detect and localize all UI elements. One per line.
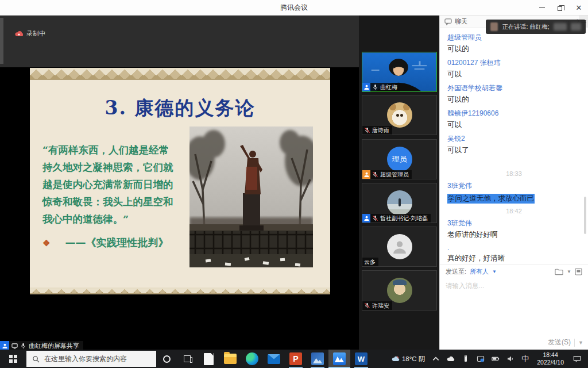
taskbar-app-powerpoint[interactable]: P	[285, 350, 307, 368]
tray-expand-button[interactable]	[428, 350, 443, 368]
message-sender[interactable]: 3班党伟	[447, 218, 581, 228]
speaking-label: 正在讲话: 曲红梅;	[502, 23, 549, 31]
usb-device-tray-icon[interactable]	[458, 350, 473, 368]
taskbar-clock[interactable]: 18:44 2022/4/10	[532, 351, 568, 366]
volume-tray-icon[interactable]	[503, 350, 518, 368]
mic-muted-icon	[364, 302, 370, 309]
participant-name: 曲红梅	[380, 83, 397, 91]
photos-icon	[311, 352, 324, 365]
usb-icon	[462, 355, 470, 363]
avatar	[387, 234, 412, 259]
close-button[interactable]: ✕	[570, 0, 588, 16]
diamond-bullet-icon: ❖	[42, 238, 50, 248]
word-icon: W	[355, 352, 368, 365]
search-placeholder: 在这里输入你要搜索的内容	[44, 354, 127, 364]
cortana-button[interactable]	[156, 350, 177, 368]
participant-tile-yunduo[interactable]: 云多	[362, 227, 437, 267]
taskbar-app-edge[interactable]	[241, 350, 263, 368]
chat-message: 3班党伟 学问之道无他，求放心而已	[447, 181, 581, 204]
chat-timestamp: 18:33	[447, 170, 581, 177]
send-options-chevron-icon[interactable]: ▼	[578, 340, 583, 346]
message-sender[interactable]: 魏镜伊12190606	[447, 109, 581, 118]
message-text: 真的好好，好清晰	[447, 254, 581, 263]
minimize-button[interactable]	[533, 0, 551, 16]
mic-muted-icon	[364, 127, 370, 133]
chat-message: 魏镜伊12190606 可以	[447, 109, 581, 130]
cloud-icon	[447, 355, 455, 363]
participant-tile-tangshiyu[interactable]: 唐诗雨	[362, 95, 437, 135]
recording-indicator: 录制中	[15, 29, 45, 38]
send-to-selector[interactable]: 所有人	[470, 267, 489, 276]
slide-title: 3. 康德的义务论	[30, 95, 330, 121]
participant-name: 哲社副书记-刘培磊	[380, 214, 428, 223]
mic-icon	[20, 343, 26, 349]
taskbar-search[interactable]: 在这里输入你要搜索的内容	[26, 351, 156, 367]
send-button-row: 发送(S) ▼	[440, 338, 588, 347]
chevron-down-icon[interactable]: ▼	[567, 269, 571, 274]
recording-cloud-icon	[15, 30, 23, 37]
chat-timestamp: 18:42	[447, 208, 581, 214]
kant-statue-photo	[189, 126, 313, 267]
chat-bubble-icon	[444, 18, 452, 25]
weather-widget[interactable]: 18°C 阴	[388, 350, 428, 368]
restore-button[interactable]	[551, 0, 570, 16]
notepad-icon	[204, 353, 214, 365]
file-transfer-icon[interactable]	[555, 268, 563, 275]
ime-indicator[interactable]: 中	[518, 350, 532, 368]
taskbar-app-notepad[interactable]	[198, 350, 219, 368]
chat-message: 外国语学校胡若馨 可以的	[447, 83, 581, 105]
chat-scrollbar[interactable]	[584, 197, 586, 234]
divider	[574, 339, 575, 347]
taskbar-app-explorer[interactable]	[219, 350, 241, 368]
screen-record-tray-icon[interactable]	[473, 350, 488, 368]
screenshot-icon[interactable]	[575, 268, 582, 275]
person-icon	[2, 343, 8, 349]
participant-tile-liupeilei[interactable]: 哲社副书记-刘培磊	[362, 183, 437, 223]
task-view-icon	[184, 355, 191, 362]
task-view-button[interactable]	[177, 350, 198, 368]
recording-label: 录制中	[26, 29, 45, 38]
send-to-label: 发送至:	[446, 267, 466, 276]
onedrive-tray-icon[interactable]	[443, 350, 458, 368]
participant-tile-quhongmei[interactable]: 曲红梅	[362, 52, 437, 92]
message-sender[interactable]: 外国语学校胡若馨	[447, 83, 581, 93]
close-icon: ✕	[576, 4, 582, 12]
action-center-button[interactable]	[568, 350, 588, 368]
participant-name: 许瑞安	[372, 302, 389, 310]
message-text-selected: 学问之道无他，求放心而已	[447, 194, 535, 204]
taskbar-app-mail[interactable]	[263, 350, 285, 368]
participant-tile-xuruian[interactable]: 许瑞安	[362, 270, 437, 310]
person-icon	[363, 171, 370, 178]
start-button[interactable]	[0, 350, 26, 368]
mic-muted-icon	[372, 215, 378, 221]
chat-message: 3班党伟 老师讲的好好啊	[447, 218, 581, 240]
window-title: 腾讯会议	[0, 0, 588, 16]
taskbar-app-tencent-meeting[interactable]	[328, 350, 350, 368]
battery-tray-icon[interactable]	[488, 350, 503, 368]
taskbar-app-word[interactable]: W	[350, 350, 372, 368]
speaker-icon	[506, 355, 514, 363]
message-sender[interactable]: 01200127 张桓玮	[447, 58, 581, 68]
participant-strip: 曲红梅 唐诗雨 理员	[359, 16, 439, 350]
avatar	[387, 102, 412, 128]
send-button[interactable]: 发送(S)	[548, 338, 571, 347]
message-sender[interactable]: 吴锐2	[447, 134, 581, 144]
slide-border-pattern-top	[30, 68, 330, 80]
chevron-up-icon	[432, 355, 440, 363]
chat-message-input[interactable]	[446, 282, 582, 289]
message-sender[interactable]: .	[447, 244, 581, 252]
powerpoint-icon: P	[289, 352, 302, 365]
message-sender[interactable]: 超级管理员	[447, 33, 581, 43]
chevron-down-icon[interactable]: ▼	[492, 269, 497, 274]
chat-message: 01200127 张桓玮 可以	[447, 58, 581, 79]
chat-message-list[interactable]: 超级管理员 可以的 01200127 张桓玮 可以 外国语学校胡若馨 可以的 魏…	[440, 28, 588, 264]
participant-tile-admin[interactable]: 理员 超级管理员	[362, 139, 437, 179]
message-sender[interactable]: 3班党伟	[447, 181, 581, 191]
chat-message: 超级管理员 可以的	[447, 33, 581, 54]
slide-border-pattern-bottom	[30, 288, 330, 294]
taskbar-app-photos[interactable]	[307, 350, 328, 368]
presentation-slide: 3. 康德的义务论 “有两样东西，人们越是经常 持久地对之凝神思索，它们就 越是…	[30, 68, 330, 294]
windows-logo-icon	[9, 355, 17, 363]
participant-name: 超级管理员	[380, 171, 409, 179]
avatar	[387, 190, 412, 216]
